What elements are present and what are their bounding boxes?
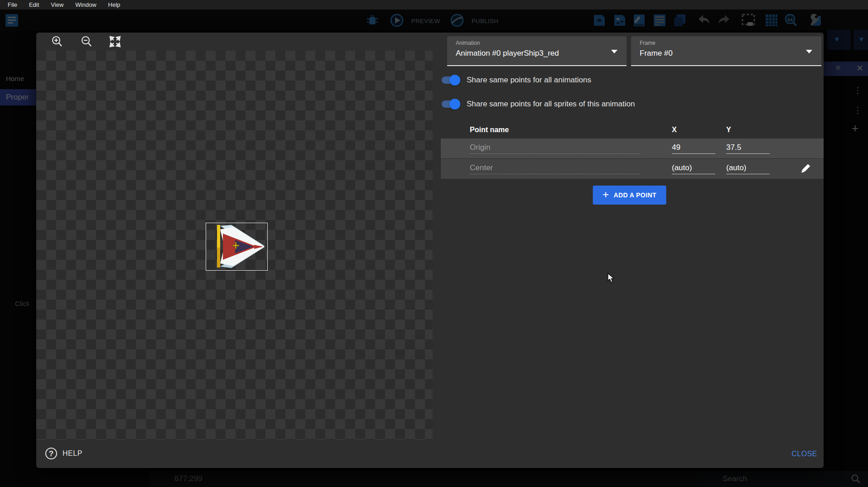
dialog-footer: ? HELP CLOSE [36,440,824,468]
help-button[interactable]: ? HELP [45,448,82,459]
player-ship-sprite [206,223,267,270]
point-name-field[interactable]: Origin [470,143,640,154]
add-point-button[interactable]: + ADD A POINT [593,186,666,205]
fit-to-screen-icon[interactable] [109,35,121,48]
animation-select-label: Animation [456,40,480,46]
menu-view[interactable]: View [46,0,68,9]
frame-select-value: Frame #0 [640,49,673,58]
caret-down-icon [806,50,812,53]
edit-points-dialog: Animation Animation #0 playerShip3_red F… [36,33,824,468]
column-y: Y [726,126,731,134]
menu-file[interactable]: File [3,0,22,9]
column-x: X [672,126,677,134]
column-point-name: Point name [470,126,509,134]
question-mark-icon: ? [45,448,57,459]
share-points-all-sprites-toggle[interactable] [442,100,459,108]
points-table-header: Point name X Y [435,122,824,138]
table-row-center[interactable]: Center (auto) (auto) [441,159,824,179]
point-y-field[interactable]: (auto) [726,163,770,174]
toggle-label: Share same points for all sprites of thi… [467,100,635,109]
frame-select-label: Frame [640,40,656,46]
point-x-field[interactable]: (auto) [672,163,715,174]
close-button[interactable]: CLOSE [791,450,817,458]
toggle-label: Share same points for all animations [467,76,591,85]
caret-down-icon [611,50,617,53]
toggle-knob [449,99,460,110]
sprite-frame-box[interactable] [206,223,268,271]
zoom-in-icon[interactable] [51,35,63,48]
animation-select-value: Animation #0 playerShip3_red [456,49,559,58]
point-y-field[interactable]: 37.5 [726,143,770,154]
edit-pencil-icon[interactable] [799,162,811,175]
add-point-label: ADD A POINT [614,191,656,199]
sprite-canvas-pane [36,33,433,440]
frame-select[interactable]: Frame Frame #0 [631,36,821,66]
menu-window[interactable]: Window [70,0,101,9]
point-x-field[interactable]: 49 [672,143,715,154]
menu-help[interactable]: Help [103,0,125,9]
zoom-out-icon[interactable] [80,35,93,48]
share-points-all-animations-row: Share same points for all animations [442,74,591,86]
share-points-all-animations-toggle[interactable] [442,76,459,84]
help-label: HELP [63,449,82,458]
menu-bar: File Edit View Window Help [0,0,868,10]
point-name-field[interactable]: Center [470,163,640,174]
toggle-knob [449,75,460,86]
animation-select[interactable]: Animation Animation #0 playerShip3_red [447,36,627,66]
points-editor-pane: Animation Animation #0 playerShip3_red F… [435,33,824,440]
plus-icon: + [603,188,609,201]
canvas-toolbar [36,33,433,51]
table-row-origin[interactable]: Origin 49 37.5 [441,138,824,158]
share-points-all-sprites-row: Share same points for all sprites of thi… [442,98,635,110]
menu-edit[interactable]: Edit [24,0,44,9]
